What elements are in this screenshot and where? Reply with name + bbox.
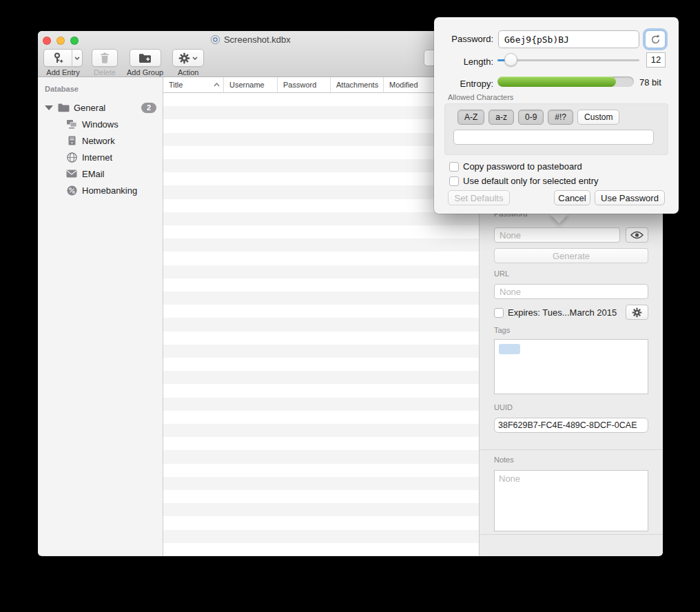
sidebar-item-label: Windows xyxy=(82,119,119,130)
regenerate-button[interactable] xyxy=(645,30,666,48)
use-default-label: Use default only for selected entry xyxy=(463,176,599,186)
copy-password-row: Copy password to pasteboard xyxy=(449,161,582,172)
uuid-field[interactable] xyxy=(494,418,648,433)
tags-label: Tags xyxy=(494,326,510,334)
generated-password-field[interactable] xyxy=(498,30,639,48)
charset-buttons: A-Z a-z 0-9 #!? Custom xyxy=(457,110,619,125)
length-label: Length: xyxy=(434,57,493,67)
expires-settings-button[interactable] xyxy=(626,305,648,320)
percent-icon xyxy=(65,185,78,196)
length-value[interactable]: 12 xyxy=(646,52,666,68)
cancel-button[interactable]: Cancel xyxy=(554,190,590,205)
entry-table-header: Title Username Password Attachments Modi… xyxy=(163,77,479,93)
eye-icon xyxy=(630,231,644,239)
gear-icon xyxy=(178,52,190,64)
entry-count-badge: 2 xyxy=(141,103,156,113)
sidebar-item-email[interactable]: EMail xyxy=(38,165,163,182)
notes-textarea[interactable] xyxy=(494,470,648,531)
sidebar-item-general[interactable]: General 2 xyxy=(38,99,163,116)
reveal-password-button[interactable] xyxy=(626,227,648,243)
sidebar-item-windows[interactable]: Windows xyxy=(38,116,163,132)
use-default-row: Use default only for selected entry xyxy=(449,176,599,186)
sidebar-item-label: EMail xyxy=(82,169,105,179)
entropy-label: Entropy: xyxy=(434,79,493,89)
add-entry-main[interactable] xyxy=(44,49,72,67)
charset-button-lowercase[interactable]: a-z xyxy=(488,110,514,125)
chevron-down-icon xyxy=(192,57,198,60)
sidebar-item-label: General xyxy=(74,103,105,113)
sort-asc-icon xyxy=(214,83,220,87)
use-default-checkbox[interactable] xyxy=(449,176,459,186)
delete-label: Delete xyxy=(94,68,116,76)
set-defaults-button[interactable]: Set Defaults xyxy=(448,190,510,205)
tag-pill[interactable] xyxy=(499,344,520,354)
key-plus-icon xyxy=(52,52,63,64)
charset-button-symbols[interactable]: #!? xyxy=(548,110,573,125)
expires-row: Expires: Tues...March 2015 xyxy=(494,307,617,318)
add-entry-group: Add Entry xyxy=(43,49,83,76)
sidebar-item-homebanking[interactable]: Homebanking xyxy=(38,182,163,198)
popover-password-label: Password: xyxy=(434,34,493,44)
copy-password-checkbox[interactable] xyxy=(449,162,459,172)
divider xyxy=(480,449,663,450)
password-generator-popover: Password: Length: 12 Entropy: 78 bit All… xyxy=(434,17,679,214)
expires-label: Expires: Tues...March 2015 xyxy=(508,307,617,318)
refresh-icon xyxy=(650,34,661,45)
add-entry-label: Add Entry xyxy=(46,68,79,76)
url-label: URL xyxy=(494,269,509,278)
action-button[interactable] xyxy=(172,49,204,67)
divider xyxy=(480,534,663,535)
column-header-title[interactable]: Title xyxy=(163,77,224,92)
allowed-characters-label: Allowed Characters xyxy=(448,93,513,101)
charset-button-custom[interactable]: Custom xyxy=(577,110,619,125)
sidebar-item-network[interactable]: Network xyxy=(38,132,163,149)
delete-button[interactable] xyxy=(92,49,118,67)
sidebar-item-label: Network xyxy=(82,136,115,146)
generate-button[interactable]: Generate xyxy=(494,248,648,263)
charset-button-uppercase[interactable]: A-Z xyxy=(457,110,484,125)
add-entry-button[interactable] xyxy=(43,49,83,67)
entropy-bits: 78 bit xyxy=(639,77,661,88)
add-entry-dropdown[interactable] xyxy=(72,49,82,67)
add-group-group: Add Group xyxy=(127,49,163,76)
custom-characters-input[interactable] xyxy=(453,130,654,145)
length-slider[interactable] xyxy=(497,52,639,68)
entry-table-body[interactable] xyxy=(163,93,479,555)
sidebar-item-label: Homebanking xyxy=(82,185,137,196)
server-icon xyxy=(65,135,78,146)
charset-button-digits[interactable]: 0-9 xyxy=(518,110,544,125)
delete-group: Delete xyxy=(92,49,118,76)
use-password-button[interactable]: Use Password xyxy=(595,190,665,205)
envelope-icon xyxy=(65,168,78,179)
expires-checkbox[interactable] xyxy=(494,308,504,318)
password-input[interactable] xyxy=(494,227,620,243)
sidebar-item-internet[interactable]: Internet xyxy=(38,149,163,165)
add-group-button[interactable] xyxy=(130,49,161,67)
slider-knob[interactable] xyxy=(504,53,517,66)
slider-track[interactable] xyxy=(497,59,639,61)
column-header-username[interactable]: Username xyxy=(224,77,278,92)
copy-password-label: Copy password to pasteboard xyxy=(463,161,582,172)
document-icon xyxy=(210,34,220,45)
column-header-attachments[interactable]: Attachments xyxy=(331,77,384,92)
entropy-bar xyxy=(497,76,634,87)
folder-icon xyxy=(57,102,70,113)
toolbar: Add Entry Delete xyxy=(43,49,204,76)
column-header-password[interactable]: Password xyxy=(278,77,331,92)
sidebar-item-label: Internet xyxy=(82,152,112,163)
tags-box[interactable] xyxy=(494,339,648,394)
action-label: Action xyxy=(178,68,199,76)
action-group: Action xyxy=(172,49,204,76)
gear-icon xyxy=(632,307,642,318)
globe-icon xyxy=(65,152,78,163)
chevron-down-icon xyxy=(74,57,80,60)
url-input[interactable] xyxy=(494,284,648,299)
disclosure-triangle-icon[interactable] xyxy=(45,105,53,110)
sidebar-header: Database xyxy=(38,85,163,93)
allowed-characters-group: A-Z a-z 0-9 #!? Custom xyxy=(444,103,668,155)
notes-label: Notes xyxy=(494,456,514,464)
windows-network-icon xyxy=(65,119,78,130)
entry-table: Title Username Password Attachments Modi… xyxy=(163,77,479,555)
add-group-label: Add Group xyxy=(127,68,163,76)
sidebar: Database General 2 xyxy=(38,77,163,555)
